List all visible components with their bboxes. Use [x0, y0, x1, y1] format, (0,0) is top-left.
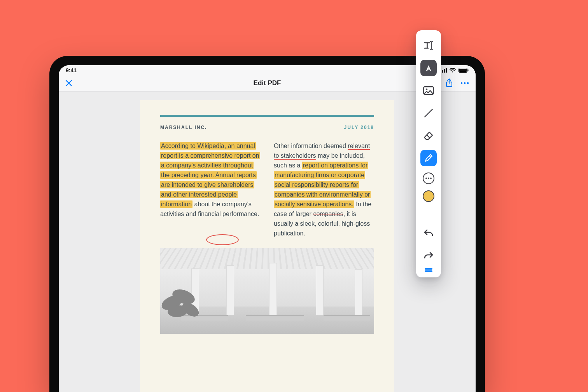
svg-point-8 — [461, 82, 463, 84]
svg-rect-2 — [444, 69, 445, 73]
svg-point-22 — [430, 178, 432, 179]
body-text: Other information deemed — [274, 143, 348, 149]
share-button[interactable] — [445, 78, 453, 88]
text-cursor-tool[interactable] — [420, 37, 437, 54]
document-date: JULY 2018 — [344, 125, 374, 130]
nav-title: Edit PDF — [254, 79, 281, 87]
column-right: Other information deemed relevant to sta… — [274, 141, 374, 238]
redo-icon — [424, 251, 434, 260]
redo-button[interactable] — [420, 247, 437, 263]
battery-icon — [458, 68, 469, 73]
line-tool[interactable] — [420, 105, 437, 121]
plant-graphic — [160, 275, 203, 322]
wifi-icon — [449, 68, 456, 73]
nav-right — [438, 78, 469, 88]
ellipsis-icon — [460, 82, 469, 85]
tool-palette[interactable] — [416, 30, 441, 277]
column-left: According to Wikipedia, an annual report… — [160, 141, 261, 238]
svg-point-9 — [464, 82, 466, 84]
text-cursor-icon — [424, 40, 434, 51]
eraser-tool[interactable] — [420, 127, 437, 144]
svg-point-20 — [425, 178, 427, 179]
close-button[interactable] — [65, 79, 73, 87]
text-box-tool[interactable] — [420, 60, 437, 76]
body-text: performance. — [221, 211, 259, 217]
pen-tool[interactable] — [420, 150, 437, 166]
svg-point-10 — [467, 82, 469, 84]
more-tool[interactable] — [423, 172, 434, 184]
document-viewport[interactable]: MARSHALL INC. JULY 2018 According to Wik… — [59, 92, 476, 392]
status-right — [440, 68, 469, 73]
circle-annotation[interactable] — [206, 234, 239, 245]
svg-rect-5 — [459, 69, 467, 72]
undo-icon — [424, 228, 434, 237]
more-button[interactable] — [460, 82, 469, 85]
status-bar: 9:41 — [59, 65, 476, 75]
text-box-icon — [424, 64, 433, 72]
eraser-icon — [423, 131, 434, 140]
share-icon — [445, 78, 453, 88]
pdf-page[interactable]: MARSHALL INC. JULY 2018 According to Wik… — [140, 100, 394, 392]
svg-point-21 — [428, 178, 429, 179]
pen-icon — [424, 153, 433, 163]
color-swatch[interactable] — [423, 190, 434, 202]
highlight-annotation[interactable]: According to Wikipedia, an annual report… — [160, 142, 260, 208]
svg-line-17 — [425, 109, 432, 117]
page-header: MARSHALL INC. JULY 2018 — [160, 125, 374, 130]
ellipsis-icon — [425, 177, 432, 179]
nav-left — [65, 79, 96, 87]
company-name: MARSHALL INC. — [160, 125, 207, 130]
nav-bar: Edit PDF — [59, 75, 476, 92]
svg-line-19 — [429, 156, 431, 157]
image-icon — [423, 86, 434, 95]
status-time: 9:41 — [66, 67, 77, 73]
svg-point-16 — [426, 89, 428, 91]
strikethrough-annotation[interactable]: companies — [313, 211, 343, 217]
body-columns: According to Wikipedia, an annual report… — [160, 141, 374, 238]
page-divider — [160, 115, 374, 117]
drag-handle[interactable] — [425, 268, 432, 270]
svg-line-18 — [427, 135, 430, 138]
svg-rect-3 — [446, 68, 447, 73]
undo-button[interactable] — [420, 225, 437, 241]
document-image — [160, 248, 374, 334]
circled-word: financial — [198, 211, 221, 217]
svg-rect-1 — [442, 70, 443, 73]
line-icon — [424, 108, 434, 118]
close-icon — [65, 79, 73, 87]
svg-rect-6 — [468, 70, 469, 71]
image-tool[interactable] — [420, 82, 437, 99]
ipad-screen: 9:41 Edit PDF — [59, 65, 476, 392]
